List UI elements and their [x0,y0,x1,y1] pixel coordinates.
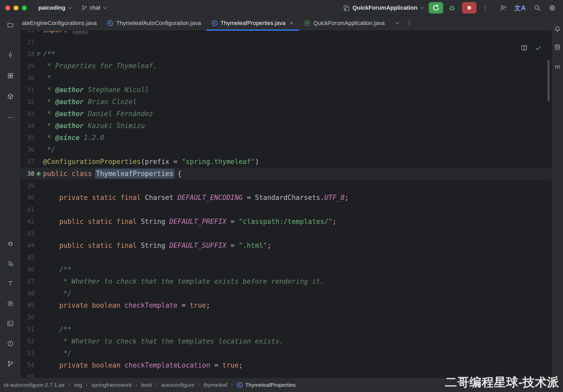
breadcrumb-item[interactable]: org [74,382,82,388]
rerun-button[interactable] [429,2,443,14]
modules-icon[interactable] [5,91,16,102]
code-line-46[interactable]: 46 /** [21,263,552,275]
code-line-51[interactable]: 51 /** [21,323,552,335]
run-icon[interactable] [5,258,16,269]
code-line-27[interactable]: 27 [21,36,552,48]
code-line-31[interactable]: 31 * @author Stephane Nicoll [21,84,552,96]
code-line-19[interactable]: 19import ... [21,31,552,36]
code-line-29[interactable]: 29 * Properties for Thymeleaf. [21,60,552,72]
project-selector[interactable]: paicoding [36,2,75,13]
maven-icon[interactable]: m [555,62,560,71]
database-icon[interactable] [554,44,561,52]
line-number: 52 [21,338,34,345]
close-window-button[interactable] [5,5,10,10]
code-line-40[interactable]: 40 private static final Charset DEFAULT_… [21,192,552,204]
tab-templateengineconfigurations[interactable]: ateEngineConfigurations.java [21,16,102,30]
version-control-icon[interactable] [5,358,16,369]
line-number: 48 [21,290,34,297]
code-line-43[interactable]: 43 [21,227,552,239]
more-icon[interactable] [5,112,16,123]
code-line-28[interactable]: 28/** [21,48,552,60]
more-run-actions-button[interactable] [478,2,493,14]
breadcrumb-item[interactable]: springframework [91,382,132,388]
code-line-54[interactable]: 54 private boolean checkTemplateLocation… [21,359,552,371]
code-line-36[interactable]: 36 */ [21,144,552,156]
zoom-window-button[interactable] [22,5,27,10]
code-line-53[interactable]: 53 */ [21,347,552,359]
code-line-32[interactable]: 32 * @author Brian Clozel [21,96,552,108]
tab-label: ateEngineConfigurations.java [22,20,97,27]
code-line-39[interactable]: 39 [21,180,552,192]
run-configuration-selector[interactable]: QuickForumApplication [340,2,427,13]
code-line-33[interactable]: 33 * @author Daniel Fernández [21,108,552,120]
code-line-34[interactable]: 34 * @author Kazuki Shimizu [21,120,552,132]
tab-thymeleafproperties[interactable]: C ThymeleafProperties.java [206,16,299,30]
breadcrumb-item[interactable]: CThymeleafProperties [237,382,296,388]
reader-mode-icon[interactable] [521,44,528,52]
code-text: private static final Charset DEFAULT_ENC… [43,194,552,201]
notifications-icon[interactable] [554,26,561,33]
code-line-42[interactable]: 42 public static final String DEFAULT_PR… [21,216,552,227]
code-line-48[interactable]: 48 */ [21,287,552,299]
settings-gear-icon[interactable] [549,4,556,11]
git-branch-icon [82,5,87,11]
code-line-35[interactable]: 35 * @since 1.2.0 [21,132,552,144]
search-icon[interactable] [534,4,541,11]
code-line-37[interactable]: 37@ConfigurationProperties(prefix = "spr… [21,156,552,168]
inspections-widget[interactable] [521,44,542,52]
doc-toggle-icon[interactable] [34,51,43,56]
tab-thymeleafautoconfiguration[interactable]: C ThymeleafAutoConfiguration.java [102,16,206,30]
breadcrumb-item[interactable]: autoconfigure [161,382,194,388]
spring-boot-icon [304,20,310,26]
fold-chevron-icon[interactable] [34,31,43,32]
breadcrumb-item[interactable]: ot-autoconfigure-2.7.1.jar [4,382,65,388]
code-text: */ [43,146,552,154]
svg-text:C: C [213,21,216,25]
hidden-tabs-chevron-icon[interactable] [395,21,399,25]
tab-options-icon[interactable] [406,20,412,26]
spring-bean-icon[interactable] [34,171,43,176]
line-number: 40 [21,194,34,201]
line-number: 46 [21,266,34,273]
code-line-38[interactable]: 38public class ThymeleafProperties { [21,168,552,180]
debug-button[interactable] [445,2,459,14]
code-line-30[interactable]: 30 * [21,72,552,84]
code-line-50[interactable]: 50 [21,311,552,323]
line-number: 44 [21,242,34,249]
problems-icon[interactable] [5,338,16,349]
minimize-window-button[interactable] [14,5,18,10]
code-line-44[interactable]: 44 public static final String DEFAULT_SU… [21,239,552,251]
folder-icon[interactable] [5,19,16,31]
code-line-47[interactable]: 47 * Whether to check that the template … [21,275,552,287]
breadcrumb-item[interactable]: boot [141,382,152,388]
code-line-41[interactable]: 41 [21,204,552,216]
commit-icon[interactable] [5,49,16,61]
structure-icon[interactable] [5,70,16,81]
code-line-49[interactable]: 49 private boolean checkTemplate = true; [21,299,552,311]
stop-button[interactable] [462,2,477,14]
code-line-52[interactable]: 52 * Whether to check that the templates… [21,335,552,347]
todo-icon[interactable] [5,278,16,289]
breadcrumb-item[interactable]: thymeleaf [204,382,227,388]
code-with-me-icon[interactable] [499,4,506,11]
titlebar: paicoding chat QuickForumApplication 文A [0,0,563,16]
line-number: 38 [21,170,34,177]
branch-selector[interactable]: chat [79,2,110,13]
services-icon[interactable] [5,298,16,309]
debug-icon[interactable] [5,238,16,249]
code-line-45[interactable]: 45 [21,251,552,263]
chevron-right-icon [135,383,138,387]
code-text: * @author Brian Clozel [43,98,552,106]
line-number: 43 [21,230,34,237]
tab-label: QuickForumApplication.java [313,20,385,27]
line-number: 42 [21,218,34,225]
close-tab-icon[interactable] [289,21,294,25]
editor[interactable]: 19import ...2728/**29 * Properties for T… [21,31,552,378]
terminal-icon[interactable] [5,318,16,329]
run-configuration-name: QuickForumApplication [353,4,417,11]
translate-icon[interactable]: 文A [514,4,526,12]
line-number: 50 [21,314,34,321]
code-text: * @author Stephane Nicoll [43,86,552,94]
tab-quickforumapplication[interactable]: QuickForumApplication.java [299,16,390,30]
scrollbar[interactable] [547,60,550,102]
